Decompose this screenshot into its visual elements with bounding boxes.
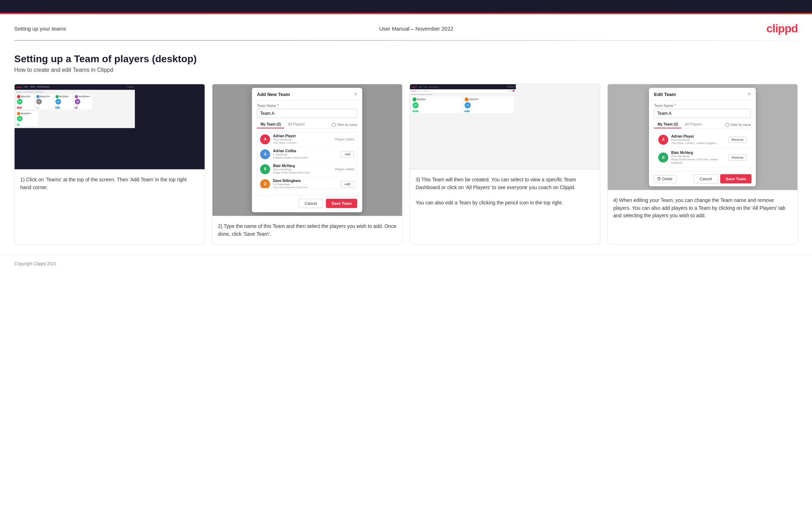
modal-header: Add New Team × bbox=[252, 88, 362, 100]
list-item: A Adrian Player Plus Handicap The Shire,… bbox=[257, 132, 357, 147]
player-sub: 3.5 Handicap bbox=[273, 183, 338, 186]
avatar: B bbox=[260, 164, 270, 174]
list-item: B Blair McHarg Plus Handicap Royal North… bbox=[654, 148, 751, 167]
player-added-badge: Player Added bbox=[335, 138, 354, 141]
logo: clippd bbox=[766, 22, 798, 35]
player-info: Blair McHarg Plus Handicap Royal North D… bbox=[273, 164, 332, 174]
card-4-text: 4) When editing your Team, you can chang… bbox=[608, 190, 798, 244]
header: Setting up your teams User Manual – Nove… bbox=[0, 14, 812, 40]
player-info: Dave Billingham 3.5 Handicap The Ging Ma… bbox=[273, 179, 338, 188]
player-name: Blair McHarg bbox=[273, 164, 332, 168]
edit-modal-footer: Delete Cancel Save Team bbox=[649, 171, 756, 186]
card-4: Edit Team × Team Name * My Team (2) All … bbox=[607, 84, 798, 245]
player-sub2: Central London Golf Centre bbox=[273, 156, 338, 159]
trash-icon bbox=[657, 177, 661, 181]
ss3-nav: HomeTeamsMy Performance bbox=[418, 86, 439, 87]
player-name: Adrian Coliba bbox=[273, 149, 338, 153]
delete-label: Delete bbox=[662, 177, 673, 181]
modal-body: Team Name * My Team (2) All Players Filt… bbox=[252, 100, 362, 196]
player-added-badge: Player Added bbox=[335, 167, 354, 171]
ss3-logo: clippd bbox=[411, 86, 417, 88]
edit-modal-tabs: My Team (2) All Players Filter by name bbox=[654, 121, 751, 129]
tab-my-team[interactable]: My Team (2) bbox=[257, 121, 284, 128]
player-info: Blair McHarg Plus Handicap Royal North D… bbox=[671, 151, 725, 164]
edit-modal-body: Team Name * My Team (2) All Players Filt… bbox=[649, 100, 756, 171]
add-team-modal: Add New Team × Team Name * My Team (2) A… bbox=[252, 88, 362, 212]
modal-footer: Cancel Save Team bbox=[252, 196, 362, 212]
tab-all-players[interactable]: All Players bbox=[284, 121, 308, 128]
card-3: clippd HomeTeamsMy Performance Team A Pl… bbox=[410, 84, 600, 245]
filter-by-name[interactable]: Filter by name bbox=[332, 121, 357, 128]
card-1-text: 1) Click on 'Teams' at the top of the sc… bbox=[15, 170, 205, 244]
edit-filter-label: Filter by name bbox=[731, 123, 751, 127]
page-subtitle: How to create and edit Teams in Clippd bbox=[14, 67, 798, 73]
player-name: Dave Billingham bbox=[273, 179, 338, 183]
avatar: D bbox=[260, 179, 270, 189]
edit-team-name-input[interactable] bbox=[654, 109, 751, 118]
player-info: Adrian Player Plus Handicap The Shire, L… bbox=[273, 134, 332, 144]
player-sub2: Royal North Devon Golf Club, United King… bbox=[671, 158, 725, 164]
avatar: B bbox=[658, 153, 668, 162]
cancel-button[interactable]: Cancel bbox=[299, 199, 323, 208]
player-info: Adrian Player Plus Handicap The Shire, L… bbox=[671, 134, 725, 145]
filter-label: Filter by name bbox=[337, 123, 357, 127]
player-info: Adrian Coliba 1 Handicap Central London … bbox=[273, 149, 338, 159]
edit-modal-title: Edit Team bbox=[654, 92, 676, 97]
edit-filter[interactable]: Filter by name bbox=[726, 121, 751, 128]
header-section: Setting up your teams bbox=[14, 26, 66, 32]
edit-footer-actions: Cancel Save Team bbox=[694, 174, 752, 183]
player-sub2: The Ging Maging Golf Club bbox=[273, 186, 338, 188]
card-3-para1: 3) This Team will then be created. You c… bbox=[416, 177, 576, 190]
ss1-nav: HomeTeamsMy Performance bbox=[23, 86, 49, 88]
edit-tab-my-team[interactable]: My Team (2) bbox=[654, 121, 681, 128]
save-team-button[interactable]: Save Team bbox=[326, 199, 358, 208]
edit-filter-checkbox[interactable] bbox=[726, 123, 729, 127]
remove-player-button[interactable]: Remove bbox=[728, 137, 747, 143]
filter-checkbox[interactable] bbox=[332, 123, 336, 127]
edit-save-team-button[interactable]: Save Team bbox=[720, 174, 752, 183]
top-bar bbox=[0, 0, 812, 13]
player-sub: Plus Handicap bbox=[273, 168, 332, 171]
player-sub2: The Shire, London, United Kingdom bbox=[671, 142, 725, 145]
edit-cancel-button[interactable]: Cancel bbox=[694, 174, 718, 183]
player-sub: Plus Handicap bbox=[273, 138, 332, 141]
team-name-input[interactable] bbox=[257, 109, 357, 118]
card-4-description: 4) When editing your Team, you can chang… bbox=[613, 197, 786, 218]
add-player-button[interactable]: Add bbox=[341, 151, 354, 158]
player-list: A Adrian Player Plus Handicap The Shire,… bbox=[257, 132, 357, 188]
card-3-para2: You can also edit a Team by clicking the… bbox=[416, 200, 563, 206]
card-3-text: 3) This Team will then be created. You c… bbox=[410, 170, 600, 244]
card-2: Add New Team × Team Name * My Team (2) A… bbox=[212, 84, 403, 245]
copyright: Copyright Clippd 2021 bbox=[14, 261, 57, 266]
list-item: A Adrian Coliba 1 Handicap Central Londo… bbox=[257, 147, 357, 162]
edit-team-name-label: Team Name * bbox=[654, 104, 751, 108]
modal-close-icon[interactable]: × bbox=[354, 91, 357, 97]
list-item: B Blair McHarg Plus Handicap Royal North… bbox=[257, 162, 357, 177]
player-name: Adrian Player bbox=[671, 134, 725, 138]
edit-team-modal: Edit Team × Team Name * My Team (2) All … bbox=[649, 88, 756, 186]
team-name-label: Team Name * bbox=[257, 104, 357, 108]
player-sub: Plus Handicap bbox=[671, 155, 725, 158]
ss1-logo: clippd bbox=[16, 86, 22, 88]
modal-tabs: My Team (2) All Players Filter by name bbox=[257, 121, 357, 129]
delete-button[interactable]: Delete bbox=[653, 175, 676, 183]
player-sub: 1 Handicap bbox=[273, 153, 338, 156]
list-item: D Dave Billingham 3.5 Handicap The Ging … bbox=[257, 177, 357, 188]
header-title: User Manual – November 2022 bbox=[379, 26, 453, 32]
card-3-screenshot: clippd HomeTeamsMy Performance Team A Pl… bbox=[410, 84, 600, 170]
player-name: Blair McHarg bbox=[671, 151, 725, 155]
card-4-screenshot: Edit Team × Team Name * My Team (2) All … bbox=[608, 84, 798, 190]
edit-modal-close-icon[interactable]: × bbox=[748, 91, 751, 97]
player-name: Adrian Player bbox=[273, 134, 332, 138]
cards-row: clippd HomeTeamsMy Performance Showing 5… bbox=[0, 80, 812, 255]
add-player-button[interactable]: Add bbox=[341, 181, 354, 187]
card-2-text: 2) Type the name of this Team and then s… bbox=[212, 216, 402, 244]
avatar: A bbox=[260, 134, 270, 144]
player-sub2: The Shire, London bbox=[273, 141, 332, 144]
remove-player-button[interactable]: Remove bbox=[728, 154, 747, 161]
footer: Copyright Clippd 2021 bbox=[0, 255, 812, 272]
player-sub2: Royal North Devon Golf Club bbox=[273, 171, 332, 174]
avatar: A bbox=[260, 149, 270, 159]
avatar: A bbox=[658, 135, 668, 145]
edit-tab-all-players[interactable]: All Players bbox=[681, 121, 705, 128]
